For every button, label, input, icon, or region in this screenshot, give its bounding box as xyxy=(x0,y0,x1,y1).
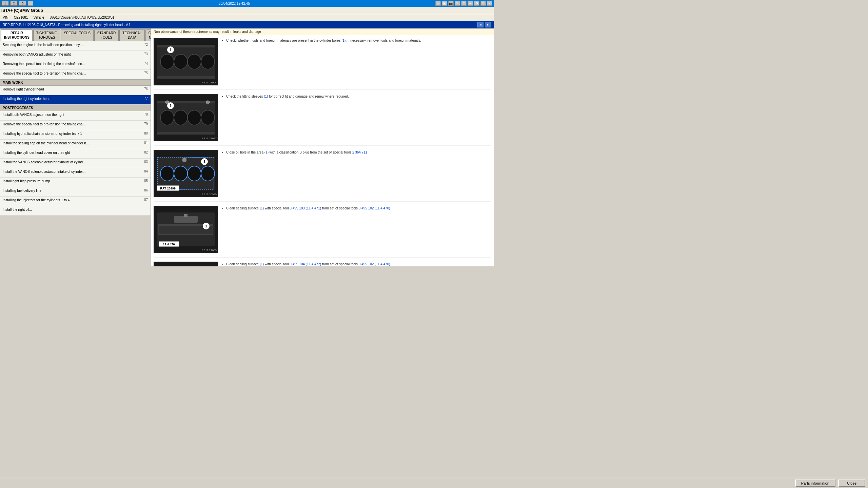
vehicle-label: Vehicle xyxy=(33,16,44,19)
nav-item-76[interactable]: Remove right cylinder head 76 xyxy=(0,86,151,95)
instruction-text-1: Check, whether fluids and foreign materi… xyxy=(222,38,491,85)
maximize-icon[interactable]: □ xyxy=(480,1,486,6)
header-title: REP-REP-P-1112106-G18_N63T3 - Removing a… xyxy=(3,23,131,27)
sidebar-wrapper: REPAIRINSTRUCTIONS TIGHTENINGTORQUES SPE… xyxy=(0,28,151,266)
link-surface-2[interactable]: (1) xyxy=(260,262,264,266)
svg-point-12 xyxy=(160,110,174,125)
instruction-text-4: Clean sealing surface (1) with special t… xyxy=(222,206,491,253)
tab-num-3[interactable]: 3 xyxy=(19,1,26,6)
svg-text:1: 1 xyxy=(170,104,172,108)
image-label-4: RB11 21003 xyxy=(202,249,217,252)
svg-text:1: 1 xyxy=(203,160,205,164)
title-bar-icons: ⌂ ▣ 📷 ✎ ? ─ ⚙ □ ✕ xyxy=(435,1,492,6)
tab-technical[interactable]: TECHNICALDATA xyxy=(119,29,145,41)
pen-icon[interactable]: ✎ xyxy=(455,1,460,6)
header-bar: REP-REP-P-1112106-G18_N63T3 - Removing a… xyxy=(0,21,494,28)
tabs: REPAIRINSTRUCTIONS TIGHTENINGTORQUES SPE… xyxy=(0,28,151,41)
camera-icon[interactable]: 📷 xyxy=(448,1,454,6)
section-postprocesses: POSTPROCESSES xyxy=(0,105,151,111)
nav-item-74[interactable]: Removing the special tool for fixing the… xyxy=(0,60,151,70)
tab-operating[interactable]: OPERATINGMATERIALS xyxy=(145,29,151,41)
instruction-text-5: Clean sealing surface (1) with special t… xyxy=(222,262,491,266)
nav-prev[interactable]: ◄ xyxy=(477,22,484,27)
link-0495103[interactable]: 0 495 103 (11 4 471) xyxy=(290,206,321,210)
title-bar: 1 2 3 ☰ 30/04/2022 19:42:45 ⌂ ▣ 📷 ✎ ? ─ … xyxy=(0,0,494,7)
instruction-block-2: 1 RB11 21097 Check the fitting sleeves (… xyxy=(154,94,491,146)
nav-item-82[interactable]: Installing the cylinder head cover on th… xyxy=(0,149,151,159)
tab-num-1[interactable]: 1 xyxy=(1,1,9,6)
display-icon[interactable]: ▣ xyxy=(442,1,447,6)
nav-item-80[interactable]: Installing hydraulic chain tensioner of … xyxy=(0,130,151,140)
close-icon[interactable]: ✕ xyxy=(487,1,492,6)
title-bar-time: 30/04/2022 19:42:45 xyxy=(219,2,250,5)
svg-point-13 xyxy=(174,110,188,125)
svg-point-19 xyxy=(206,101,210,104)
svg-rect-17 xyxy=(157,132,215,135)
svg-rect-44 xyxy=(154,262,218,266)
content-scroll[interactable]: 1 RB11 21004 Check, whether fluids and f… xyxy=(151,35,494,266)
link-0495104[interactable]: 0 495 104 (11 4 472) xyxy=(290,262,321,266)
help-icon[interactable]: ? xyxy=(461,1,467,6)
nav-item-78[interactable]: Install both VANOS adjusters on the righ… xyxy=(0,111,151,121)
instruction-text-3: Close oil hole in the area (1) with a cl… xyxy=(222,150,491,197)
nav-item-84[interactable]: Install the VANOS solenoid actuator inta… xyxy=(0,168,151,178)
tab-tightening[interactable]: TIGHTENINGTORQUES xyxy=(33,29,60,41)
tab-standard[interactable]: STANDARDTOOLS xyxy=(94,29,119,41)
nav-item-86[interactable]: Installing fuel delivery line 86 xyxy=(0,187,151,197)
instruction-block-5: 11 4 470 1 RB11 21003b Clean sealing sur… xyxy=(154,262,491,266)
nav-item-75[interactable]: Remove the special tool to pre-tension t… xyxy=(0,70,151,79)
svg-point-14 xyxy=(188,110,201,125)
svg-point-27 xyxy=(188,166,201,181)
warning-bar: Non-observance of these requirements may… xyxy=(151,28,494,35)
svg-rect-39 xyxy=(184,214,188,217)
minimize-icon[interactable]: ─ xyxy=(468,1,473,6)
instruction-image-4: 11 4 470 1 RB11 21003 xyxy=(154,206,218,253)
nav-item-83[interactable]: Install the VANOS solenoid actuator exha… xyxy=(0,159,151,168)
link-sleeves[interactable]: (1) xyxy=(264,95,268,98)
instruction-image-2: 1 RB11 21097 xyxy=(154,94,218,141)
link-oil-hole[interactable]: (1) xyxy=(264,150,269,154)
nav-next[interactable]: ► xyxy=(485,22,491,27)
nav-item-81[interactable]: Install the sealing cap on the cylinder … xyxy=(0,140,151,149)
nav-item-79[interactable]: Remove the special tool to pre-tension t… xyxy=(0,121,151,130)
vehicle-value: 8'/G16/Coupé/ /N63,/AUTO/US/LL/2020/01 xyxy=(50,16,115,19)
vin-label: VIN xyxy=(3,16,8,19)
main-content: REPAIRINSTRUCTIONS TIGHTENINGTORQUES SPE… xyxy=(0,28,494,266)
link-0495102-a[interactable]: 0 495 102 (11 4 470) xyxy=(359,206,390,210)
warning-text: Non-observance of these requirements may… xyxy=(154,30,261,34)
instruction-block-4: 11 4 470 1 RB11 21003 Clean sealing surf… xyxy=(154,206,491,258)
link-0495102-b[interactable]: 0 495 102 (11 4 470) xyxy=(359,262,390,266)
sidebar: REPAIRINSTRUCTIONS TIGHTENINGTORQUES SPE… xyxy=(0,28,151,216)
instruction-block-1: 1 RB11 21004 Check, whether fluids and f… xyxy=(154,38,491,90)
vin-value: CE21681 xyxy=(14,16,28,19)
svg-point-26 xyxy=(174,166,188,181)
tab-num-2[interactable]: 2 xyxy=(10,1,18,6)
svg-text:1: 1 xyxy=(205,224,207,228)
tab-repair[interactable]: REPAIRINSTRUCTIONS xyxy=(1,29,33,41)
nav-item-77[interactable]: Installing the right cylinder head 77 xyxy=(0,95,151,105)
vin-bar: VIN CE21681 Vehicle 8'/G16/Coupé/ /N63,/… xyxy=(0,14,494,21)
svg-text:11 4 470: 11 4 470 xyxy=(163,243,175,246)
tab-special[interactable]: SPECIAL TOOLS xyxy=(61,29,94,41)
nav-item-last[interactable]: Install the right oil... xyxy=(0,206,151,216)
nav-item-87[interactable]: Installing the injectors for the cylinde… xyxy=(0,197,151,206)
menu-bar: ISTA+ (C)BMW Group xyxy=(0,7,494,14)
svg-text:RAT 20999: RAT 20999 xyxy=(160,187,175,190)
svg-point-4 xyxy=(188,54,201,69)
image-label-2: RB11 21097 xyxy=(202,137,217,140)
svg-point-15 xyxy=(201,110,215,125)
menu-icon[interactable]: ☰ xyxy=(28,1,33,6)
nav-item-72[interactable]: Securing the engine in the installation … xyxy=(0,41,151,51)
link-cylinder-bores[interactable]: (1) xyxy=(341,39,346,42)
link-special-tool-2364711[interactable]: 2 364 711 xyxy=(352,150,368,154)
home-icon[interactable]: ⌂ xyxy=(435,1,441,6)
nav-item-73[interactable]: Removing both VANOS adjusters on the rig… xyxy=(0,51,151,60)
nav-item-85[interactable]: Install right high pressure pump 85 xyxy=(0,178,151,187)
link-surface-1[interactable]: (1) xyxy=(260,206,264,210)
image-label-3: RB11 20999 xyxy=(202,193,217,196)
settings-icon[interactable]: ⚙ xyxy=(474,1,479,6)
svg-text:1: 1 xyxy=(170,48,172,52)
section-main-work: MAIN WORK xyxy=(0,79,151,86)
svg-point-28 xyxy=(201,166,215,181)
instruction-image-3: RAT 20999 1 RB11 20999 xyxy=(154,150,218,197)
